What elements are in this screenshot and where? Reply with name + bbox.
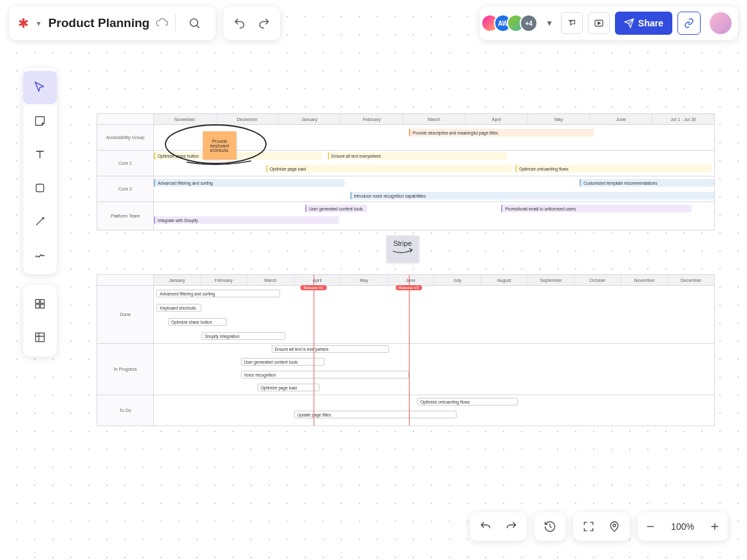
comment-button[interactable] <box>561 12 583 34</box>
text-tool[interactable] <box>23 138 57 171</box>
user-avatar[interactable] <box>710 12 732 34</box>
location-button[interactable] <box>601 514 627 539</box>
row-label: Core 1 <box>97 151 154 176</box>
month-header: November <box>154 114 216 124</box>
svg-rect-2 <box>36 184 44 192</box>
timeline-bar[interactable]: Ensure alt text is everywhere <box>272 345 390 353</box>
timeline-bar[interactable]: Optimize page load <box>258 384 319 391</box>
zoom-out-button[interactable] <box>638 514 663 539</box>
release-marker[interactable]: Release V1 <box>300 285 326 290</box>
search-button[interactable] <box>182 11 207 35</box>
timeline-bar[interactable]: Integrate with Shopify <box>154 216 339 224</box>
fit-screen-button[interactable] <box>576 514 601 539</box>
timeline-bar[interactable]: Update page titles <box>294 411 457 418</box>
row-label: In Progress <box>97 344 154 395</box>
row-label: Done <box>97 286 154 343</box>
row-label: Accessibility Group <box>97 125 154 150</box>
timeline-bar[interactable]: Keyboard shortcuts <box>156 304 202 312</box>
month-header: March <box>402 114 465 124</box>
app-logo-icon: ✱ <box>18 17 29 30</box>
nav-card <box>470 512 527 541</box>
collaboration-card: AW +4 ▼ Share <box>480 6 738 40</box>
undo-redo-card <box>223 6 280 40</box>
svg-rect-6 <box>41 304 44 308</box>
month-header: December <box>667 275 714 285</box>
timeline-bar[interactable]: Optimize onboarding flows <box>515 165 712 173</box>
redo-button[interactable] <box>252 11 276 35</box>
history-button[interactable] <box>537 514 563 539</box>
timeline-bar[interactable]: User generated content tools <box>305 205 367 212</box>
frame-tool[interactable] <box>23 321 57 354</box>
view-card <box>573 512 630 541</box>
svg-rect-7 <box>35 333 44 341</box>
zoom-level[interactable]: 100% <box>663 521 702 532</box>
timeline-bar[interactable]: Customized template recommendations <box>580 179 714 187</box>
month-header: January <box>278 114 341 124</box>
redo-nav-button[interactable] <box>498 514 524 539</box>
undo-button[interactable] <box>227 11 252 35</box>
svg-point-9 <box>613 524 616 527</box>
templates-tool[interactable] <box>23 287 57 321</box>
timeline-bar[interactable]: Advanced filtering and sorting <box>154 179 345 187</box>
sticky-note[interactable]: Stripe <box>386 236 419 263</box>
month-header: February <box>340 114 402 124</box>
svg-rect-5 <box>35 304 39 308</box>
row-label: Core 2 <box>97 176 154 201</box>
collaborator-avatars[interactable]: AW +4 <box>486 14 538 32</box>
month-header: September <box>527 275 574 285</box>
timeline-bar[interactable]: Optimize page load <box>266 165 513 173</box>
timeline-bar[interactable]: Optimize share button <box>168 318 227 326</box>
sticky-note[interactable]: Provide keyboard shortcuts. <box>203 131 236 160</box>
month-header: April <box>294 275 341 285</box>
title-card: ✱ ▼ Product Planning <box>9 6 216 40</box>
month-header: March <box>247 275 294 285</box>
freehand-tool[interactable] <box>23 238 57 272</box>
timeline-bar[interactable]: Voice recognition <box>241 371 409 378</box>
row-label: To Do <box>97 395 154 425</box>
share-label: Share <box>638 18 663 28</box>
month-header: February <box>200 275 247 285</box>
month-header: December <box>216 114 278 124</box>
timeline-bar[interactable]: Optimize onboarding flows <box>417 398 518 406</box>
timeline-bar[interactable]: User generated content tools <box>241 358 325 366</box>
timeline-bar[interactable]: Ensure alt text everywhere <box>328 152 507 160</box>
timeline-bar[interactable]: Introduce voice recognition capabilities <box>350 192 715 200</box>
tool-panel-secondary <box>23 285 57 357</box>
svg-rect-3 <box>35 299 39 303</box>
timeline-bar[interactable]: Shopify integration <box>202 332 286 340</box>
month-header: August <box>480 275 527 285</box>
copy-link-button[interactable] <box>677 12 701 35</box>
row-label: Platform Team <box>97 202 154 230</box>
month-header: April <box>465 114 527 124</box>
avatar-more[interactable]: +4 <box>520 14 538 32</box>
month-header: June <box>589 114 652 124</box>
undo-nav-button[interactable] <box>473 514 498 539</box>
month-header: May <box>340 275 387 285</box>
timeline-bar[interactable]: Optimize share button <box>154 152 322 160</box>
tool-panel <box>23 68 57 274</box>
history-card <box>534 512 565 541</box>
timeline-bar[interactable]: Promotional email to unlicensed users <box>501 205 692 212</box>
month-header: July <box>433 275 480 285</box>
sticky-note-tool[interactable] <box>23 104 57 138</box>
timeline-chart-1[interactable]: November December January February March… <box>97 113 715 230</box>
present-button[interactable] <box>588 12 610 34</box>
month-header: June <box>387 275 434 285</box>
timeline-bar[interactable]: Provide descriptive and meaningful page … <box>409 129 594 136</box>
month-header: November <box>621 275 668 285</box>
select-tool[interactable] <box>23 71 57 104</box>
zoom-in-button[interactable] <box>702 514 728 539</box>
month-header: January <box>154 275 200 285</box>
month-header: October <box>574 275 621 285</box>
release-marker[interactable]: Release V2 <box>395 285 422 290</box>
timeline-bar[interactable]: Advanced filtering and sorting <box>156 290 279 297</box>
shape-tool[interactable] <box>23 171 57 205</box>
cloud-sync-icon[interactable] <box>156 17 169 30</box>
chevron-down-icon[interactable]: ▼ <box>35 20 42 27</box>
share-button[interactable]: Share <box>615 12 672 35</box>
line-tool[interactable] <box>23 205 57 238</box>
zoom-card: 100% <box>638 512 728 541</box>
timeline-chart-2[interactable]: Release V1 Release V2 January February M… <box>97 274 715 426</box>
collaborators-dropdown[interactable]: ▼ <box>543 19 556 28</box>
board-title[interactable]: Product Planning <box>48 16 149 30</box>
